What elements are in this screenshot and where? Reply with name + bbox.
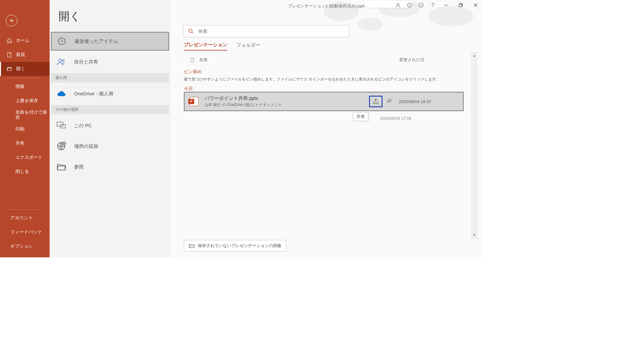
nav-home[interactable]: ホーム [0, 33, 50, 48]
powerpoint-file-icon: P [190, 97, 199, 106]
svg-point-2 [62, 60, 64, 62]
svg-point-12 [407, 3, 412, 7]
file-date: 2020/09/24 18:37 [399, 99, 463, 104]
section-personal: 個人用 [51, 73, 169, 82]
svg-point-15 [419, 3, 423, 7]
scroll-up[interactable]: ▲ [472, 52, 477, 58]
svg-point-16 [420, 5, 421, 5]
smile-feedback-icon[interactable] [404, 0, 415, 10]
folder-open-icon [6, 66, 12, 72]
place-thispc[interactable]: この PC [51, 116, 169, 135]
svg-point-14 [410, 5, 411, 5]
section-other: その他の場所 [51, 105, 169, 114]
nav-save[interactable]: 上書き保存 [0, 94, 50, 108]
nav-new-label: 新規 [16, 52, 25, 58]
pc-icon [55, 120, 67, 131]
nav-print[interactable]: 印刷 [0, 122, 50, 136]
svg-point-13 [409, 5, 409, 5]
pin-icon [386, 98, 392, 104]
folder-open-icon [189, 243, 194, 248]
nav-info[interactable]: 情報 [0, 80, 50, 94]
svg-point-1 [59, 59, 62, 62]
place-shared-label: 自分と共有 [74, 59, 98, 65]
svg-rect-3 [57, 122, 63, 126]
place-recent-label: 最近使ったアイテム [75, 38, 118, 44]
document-icon [190, 57, 195, 63]
nav-divider [6, 78, 43, 78]
group-today: 今日 [184, 86, 483, 92]
place-onedrive-label: OneDrive - 個人用 [74, 91, 113, 97]
column-name[interactable]: 名前 [199, 57, 208, 63]
next-file-date: 2020/09/24 17:56 [380, 116, 411, 121]
place-addplace-label: 場所の追加 [74, 143, 98, 149]
nav-open[interactable]: 開く [0, 62, 50, 76]
place-onedrive[interactable]: OneDrive - 個人用 [51, 84, 169, 103]
scrollbar[interactable]: ▲ ▼ [471, 52, 477, 238]
arrow-left-icon [9, 18, 14, 24]
nav-account[interactable]: アカウント [0, 211, 50, 225]
nav-saveas[interactable]: 名前を付けて保存 [0, 108, 50, 122]
back-button[interactable] [6, 15, 17, 26]
place-addplace[interactable]: 場所の追加 [51, 137, 169, 156]
svg-rect-19 [459, 4, 462, 7]
column-modified[interactable]: 変更された日 [399, 57, 464, 63]
group-pinned: ピン留め [184, 69, 483, 75]
document-new-icon [6, 52, 12, 58]
minimize-button[interactable] [439, 0, 453, 10]
pin-button[interactable] [386, 98, 393, 105]
tab-folders[interactable]: フォルダー [236, 42, 260, 50]
nav-home-label: ホーム [16, 38, 30, 43]
recover-unsaved-button[interactable]: 保存されていないプレゼンテーションの回復 [184, 240, 286, 252]
nav-feedback[interactable]: フィードバック [0, 225, 50, 239]
nav-export[interactable]: エクスポート [0, 150, 50, 165]
account-icon[interactable] [392, 0, 404, 10]
svg-point-10 [357, 18, 383, 31]
place-recent[interactable]: 最近使ったアイテム [51, 32, 169, 51]
nav-share[interactable]: 共有 [0, 136, 50, 150]
onedrive-icon [55, 88, 67, 100]
svg-point-11 [397, 3, 399, 5]
share-button[interactable] [369, 96, 383, 107]
svg-point-20 [189, 29, 192, 33]
place-shared[interactable]: 自分と共有 [51, 52, 169, 71]
home-icon [6, 38, 12, 43]
tab-presentations[interactable]: プレゼンテーション [184, 42, 227, 51]
close-button[interactable] [468, 0, 483, 10]
clock-icon [56, 35, 68, 47]
people-icon [55, 56, 67, 68]
nav-new[interactable]: 新規 [0, 48, 50, 62]
file-row[interactable]: P パワーポイント共有.pptx 山本 雄介 の OneDrive (個人) »… [184, 92, 464, 111]
nav-open-label: 開く [16, 66, 25, 72]
file-path: 山本 雄介 の OneDrive (個人) » ドキュメント [204, 102, 363, 108]
page-title: 開く [59, 9, 170, 24]
help-icon[interactable]: ? [427, 0, 439, 10]
globe-plus-icon [55, 140, 67, 152]
frown-feedback-icon[interactable] [415, 0, 427, 10]
scroll-down[interactable]: ▼ [472, 232, 477, 238]
place-thispc-label: この PC [74, 123, 92, 129]
search-icon [188, 28, 194, 34]
svg-point-17 [422, 5, 422, 5]
share-icon [373, 98, 379, 105]
place-browse[interactable]: 参照 [51, 157, 169, 176]
file-name: パワーポイント共有.pptx [204, 95, 363, 101]
nav-close[interactable]: 閉じる [0, 165, 50, 179]
group-pinned-desc: 後で見つけやすいようにファイルをピン留めします。ファイルにマウス ポインターを合… [184, 77, 483, 82]
place-browse-label: 参照 [74, 164, 84, 170]
share-tooltip: 共有 [353, 112, 368, 121]
nav-options[interactable]: オプション [0, 239, 50, 253]
recover-label: 保存されていないプレゼンテーションの回復 [198, 243, 281, 249]
folder-icon [55, 161, 67, 173]
restore-button[interactable] [453, 0, 468, 10]
nav-divider-bottom [6, 209, 43, 210]
